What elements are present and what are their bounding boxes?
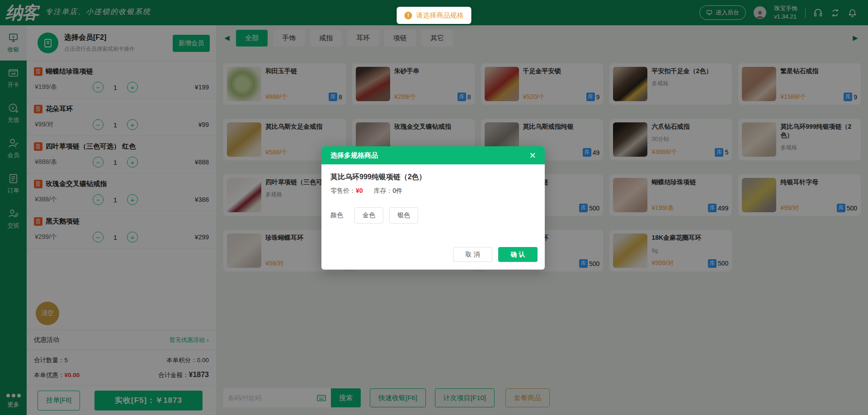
pos-screen: 纳客 专注单店、小连锁的收银系统 进入后台 珠宝手饰 v1.34.21 — [0, 0, 868, 415]
dialog-price-stock-line: 零售价： ¥0 库存： 0件 — [330, 187, 536, 195]
toast-message: 请选择商品规格 — [397, 7, 472, 24]
dialog-body: 莫比乌环999纯银项链（2色） 零售价： ¥0 库存： 0件 颜色 金色 银色 — [321, 164, 545, 247]
dialog-stock-label: 库存： — [374, 187, 393, 195]
dialog-stock-value: 0件 — [393, 187, 403, 195]
dialog-title: 选择多规格商品 — [330, 151, 378, 160]
spec-select-dialog: 选择多规格商品 莫比乌环999纯银项链（2色） 零售价： ¥0 库存： 0件 颜… — [321, 146, 545, 270]
color-option-silver[interactable]: 银色 — [389, 207, 418, 224]
retail-price-label: 零售价： — [330, 187, 356, 195]
dialog-footer: 取 消 确 认 — [321, 247, 545, 270]
confirm-button[interactable]: 确 认 — [498, 247, 538, 262]
toast-text: 请选择商品规格 — [416, 11, 464, 20]
dialog-header: 选择多规格商品 — [321, 146, 545, 164]
color-attr-label: 颜色 — [330, 211, 354, 219]
cancel-button[interactable]: 取 消 — [453, 247, 492, 262]
retail-price-value: ¥0 — [356, 187, 363, 194]
dialog-product-name: 莫比乌环999纯银项链（2色） — [330, 173, 536, 182]
close-icon[interactable] — [529, 150, 536, 161]
color-option-gold[interactable]: 金色 — [354, 207, 383, 224]
warning-icon — [405, 12, 412, 19]
color-attr-row: 颜色 金色 银色 — [330, 207, 536, 224]
